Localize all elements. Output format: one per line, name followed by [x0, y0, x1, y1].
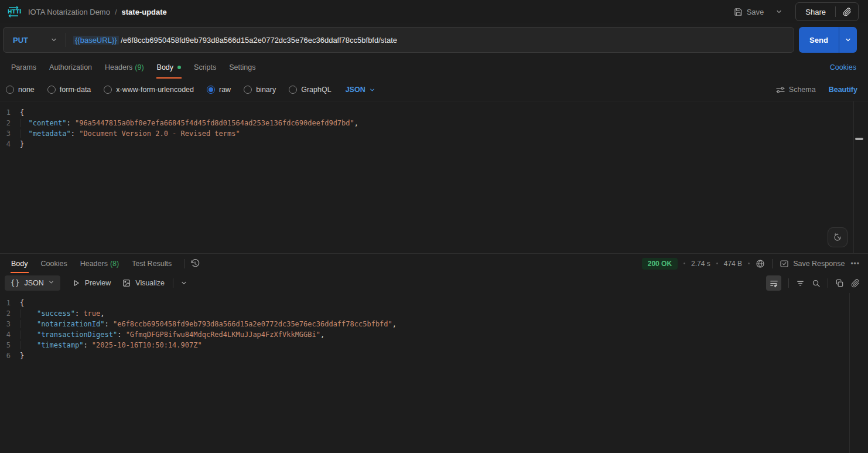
code-line: 5 "timestamp": "2025-10-16T10:50:14.907Z… — [0, 340, 868, 350]
save-response-button[interactable]: Save Response — [780, 259, 845, 268]
request-tabs: Params Authorization Headers(9) Body Scr… — [0, 56, 868, 79]
radio-circle — [289, 86, 297, 94]
copy-button[interactable] — [835, 279, 844, 288]
response-header: Body Cookies Headers(8) Test Results 200… — [0, 253, 868, 273]
line-number: 2 — [0, 118, 20, 128]
response-tab-headers[interactable]: Headers(8) — [74, 254, 126, 273]
tab-body[interactable]: Body — [151, 56, 188, 79]
response-time: 2.74 s — [691, 260, 710, 268]
save-button[interactable]: Save — [729, 4, 769, 20]
response-tab-body[interactable]: Body — [5, 254, 35, 273]
wrap-text-button[interactable] — [766, 275, 781, 291]
radio-raw[interactable]: raw — [207, 86, 231, 94]
visualize-button[interactable]: Visualize — [122, 279, 165, 287]
network-info-button[interactable] — [756, 259, 765, 268]
response-history-button[interactable] — [190, 259, 200, 268]
method-label: PUT — [13, 36, 28, 45]
radio-circle — [244, 86, 252, 94]
preview-button[interactable]: Preview — [72, 279, 111, 287]
topbar-actions: Save Share — [729, 2, 859, 21]
chevron-down-icon — [775, 8, 782, 15]
chevron-down-icon — [50, 36, 57, 43]
share-button-group: Share — [795, 2, 859, 21]
radio-none[interactable]: none — [6, 86, 35, 94]
line-text: "success": true, — [20, 308, 105, 319]
response-body-code: 1{2 "success": true,3 "notarizationId": … — [0, 298, 868, 361]
response-toolbar: {} JSON Preview Visualize — [0, 273, 868, 293]
share-button[interactable]: Share — [796, 3, 835, 21]
line-number: 6 — [0, 350, 20, 361]
copy-link-button[interactable] — [836, 3, 858, 21]
line-number: 4 — [0, 139, 20, 149]
save-icon — [734, 8, 743, 16]
url-path: /e6f8ccb6950458fd9eb793d8a566d15a2e0772d… — [121, 36, 397, 45]
code-line: 4} — [0, 139, 868, 149]
request-body-editor[interactable]: 1{2 "content": "96a5447815a0bf0e7efa6684… — [0, 101, 868, 253]
postbot-icon — [832, 232, 843, 243]
line-text: "transactionDigest": "GfmqDFGP8ifwu84Mdq… — [20, 329, 324, 340]
tab-params[interactable]: Params — [5, 56, 43, 79]
url-variable: {{baseURL}} — [73, 36, 119, 45]
response-meta: 200 OK 2.74 s 474 B Save Response ••• — [642, 258, 860, 270]
send-button[interactable]: Send — [799, 27, 839, 53]
more-actions-button[interactable]: ••• — [850, 260, 860, 268]
schema-button[interactable]: Schema — [776, 86, 816, 94]
tab-headers[interactable]: Headers(9) — [98, 56, 151, 79]
body-type-row: none form-data x-www-form-urlencoded raw… — [0, 79, 868, 101]
response-body-editor[interactable]: 1{2 "success": true,3 "notarizationId": … — [0, 293, 868, 453]
save-options-chevron[interactable] — [772, 5, 786, 19]
radio-form-data[interactable]: form-data — [47, 86, 91, 94]
radio-circle — [104, 86, 112, 94]
cookies-link[interactable]: Cookies — [830, 63, 857, 71]
url-bar: PUT {{baseURL}} /e6f8ccb6950458fd9eb793d… — [3, 27, 794, 53]
send-button-group: Send — [799, 27, 857, 53]
tab-authorization[interactable]: Authorization — [43, 56, 98, 79]
response-tabs-divider — [184, 259, 184, 268]
search-icon — [812, 279, 821, 288]
paperclip-icon — [843, 8, 852, 16]
search-button[interactable] — [812, 279, 821, 288]
method-select[interactable]: PUT — [4, 36, 66, 45]
paperclip-icon — [851, 279, 860, 288]
scrollbar-thumb[interactable] — [855, 138, 863, 140]
breadcrumb-request-name[interactable]: state-update — [122, 8, 167, 16]
globe-icon — [756, 259, 765, 268]
breadcrumb-separator: / — [115, 8, 117, 16]
app-window: HTTP IOTA Notarization Demo / state-upda… — [0, 0, 868, 453]
line-text: } — [20, 139, 24, 149]
save-response-icon — [780, 259, 789, 268]
line-text: "timestamp": "2025-10-16T10:50:14.907Z" — [20, 340, 202, 350]
copy-link-button[interactable] — [851, 279, 860, 288]
tab-scripts[interactable]: Scripts — [187, 56, 223, 79]
chevron-down-icon — [48, 279, 54, 287]
chevron-down-icon — [180, 280, 187, 287]
radio-x-www-form-urlencoded[interactable]: x-www-form-urlencoded — [104, 86, 194, 94]
beautify-button[interactable]: Beautify — [829, 86, 857, 94]
code-line: 3 "metadata": "Document Version 2.0 - Re… — [0, 128, 868, 139]
request-body-code: 1{2 "content": "96a5447815a0bf0e7efa6684… — [0, 107, 868, 149]
visualize-options-chevron[interactable] — [180, 280, 187, 287]
response-format-select[interactable]: {} JSON — [5, 275, 60, 291]
response-tab-test-results[interactable]: Test Results — [125, 254, 178, 273]
filter-button[interactable] — [796, 279, 805, 288]
postbot-button[interactable] — [828, 227, 848, 247]
line-number: 4 — [0, 329, 20, 340]
line-number: 3 — [0, 319, 20, 329]
headers-count: (9) — [135, 63, 143, 71]
line-text: { — [20, 298, 24, 308]
filter-icon — [796, 279, 805, 288]
breadcrumb-workspace[interactable]: IOTA Notarization Demo — [28, 8, 110, 16]
url-input[interactable]: {{baseURL}} /e6f8ccb6950458fd9eb793d8a56… — [73, 36, 397, 45]
line-text: } — [20, 350, 24, 361]
line-number: 1 — [0, 298, 20, 308]
send-options-chevron[interactable] — [839, 27, 857, 53]
radio-binary[interactable]: binary — [244, 86, 276, 94]
radio-graphql[interactable]: GraphQL — [289, 86, 331, 94]
code-line: 6} — [0, 350, 868, 361]
tab-settings[interactable]: Settings — [223, 56, 262, 79]
request-url-row: PUT {{baseURL}} /e6f8ccb6950458fd9eb793d… — [0, 23, 868, 56]
body-format-select[interactable]: JSON — [346, 86, 375, 94]
response-tab-cookies[interactable]: Cookies — [35, 254, 74, 273]
code-line: 4 "transactionDigest": "GfmqDFGP8ifwu84M… — [0, 329, 868, 340]
svg-text:HTTP: HTTP — [8, 9, 21, 15]
